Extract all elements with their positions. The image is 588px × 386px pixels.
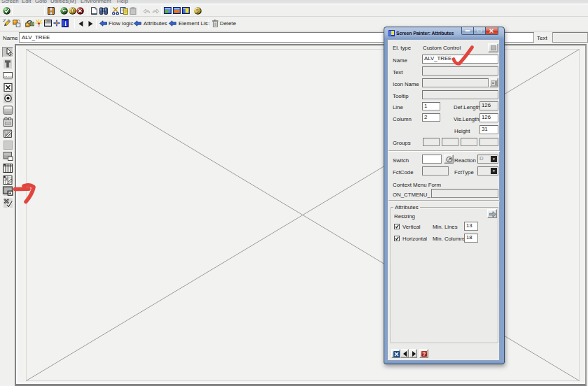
svg-text:?: ? (423, 352, 426, 357)
svg-text:?: ? (196, 7, 200, 15)
svg-text:i: i (64, 20, 66, 27)
